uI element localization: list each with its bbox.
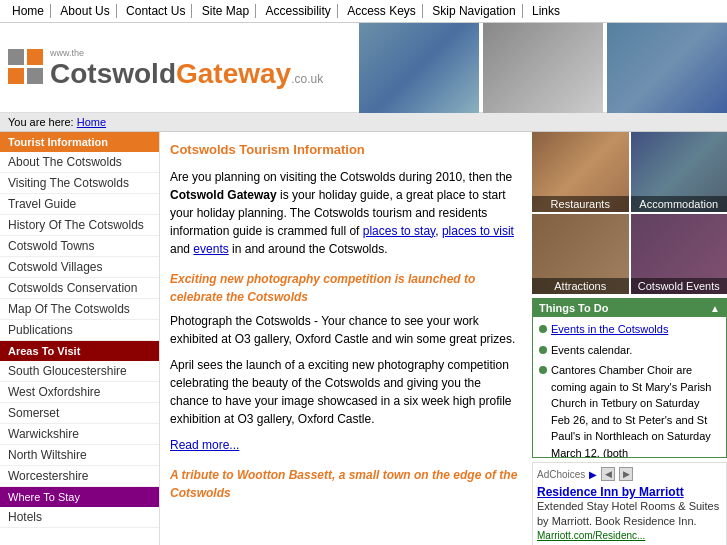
main-content: Cotswolds Tourism Information Are you pl… — [160, 132, 532, 545]
logo-squares — [8, 49, 44, 85]
ad-section: AdChoices ▶ ◀ ▶ Residence Inn by Marriot… — [532, 462, 727, 545]
nav-about[interactable]: About Us — [54, 4, 116, 18]
sidebar-item-history[interactable]: History Of The Cotswolds — [0, 215, 159, 236]
nav-home[interactable]: Home — [6, 4, 51, 18]
todo-item-events: Events in the Cotswolds — [539, 321, 720, 338]
logo-square-orange-bl — [8, 68, 24, 84]
logo-square-orange-tr — [27, 49, 43, 65]
header-images — [359, 23, 727, 113]
logo-square-gray-tl — [8, 49, 24, 65]
things-to-do-header: Things To Do ▲ — [533, 299, 726, 317]
sidebar-tourist-info-header: Tourist Information — [0, 132, 159, 152]
logo-text: www.the CotswoldGateway.co.uk — [50, 46, 323, 90]
photo-restaurants[interactable]: Restaurants — [532, 132, 629, 212]
logo-gateway: Gateway — [176, 58, 291, 89]
sidebar: Tourist Information About The Cotswolds … — [0, 132, 160, 545]
places-to-visit-link[interactable]: places to visit — [442, 224, 514, 238]
breadcrumb-home[interactable]: Home — [77, 116, 106, 128]
todo-calendar-text: Events calendar. — [551, 342, 632, 359]
nav-sitemap[interactable]: Site Map — [196, 4, 256, 18]
sidebar-item-somerset[interactable]: Somerset — [0, 403, 159, 424]
events-link[interactable]: events — [193, 242, 228, 256]
main-title: Cotswolds Tourism Information — [170, 140, 522, 160]
things-to-do-box: Things To Do ▲ Events in the Cotswolds E… — [532, 298, 727, 458]
ad1-link[interactable]: Marriott.com/Residenc... — [537, 530, 722, 541]
nav-accessibility[interactable]: Accessibility — [259, 4, 337, 18]
logo-square-gray-br — [27, 68, 43, 84]
things-to-do-title: Things To Do — [539, 302, 608, 314]
todo-item-cantores: Cantores Chamber Choir are coming again … — [539, 362, 720, 457]
header-image-2 — [483, 23, 603, 113]
todo-cantores-text: Cantores Chamber Choir are coming again … — [551, 362, 720, 457]
scroll-indicator: ▲ — [710, 303, 720, 314]
photo-restaurants-label: Restaurants — [532, 196, 629, 212]
photo-attractions-label: Attractions — [532, 278, 629, 294]
sidebar-areas-to-visit-header: Areas To Visit — [0, 341, 159, 361]
nav-links[interactable]: Links — [526, 4, 566, 18]
logo-www-the: www.the — [50, 48, 84, 58]
sidebar-item-north-wiltshire[interactable]: North Wiltshire — [0, 445, 159, 466]
nav-contact[interactable]: Contact Us — [120, 4, 192, 18]
photo-accommodation[interactable]: Accommodation — [631, 132, 728, 212]
nav-accesskeys[interactable]: Access Keys — [341, 4, 423, 18]
top-navigation: Home About Us Contact Us Site Map Access… — [0, 0, 727, 23]
sidebar-item-villages[interactable]: Cotswold Villages — [0, 257, 159, 278]
todo-dot-3 — [539, 366, 547, 374]
sidebar-item-hotels[interactable]: Hotels — [0, 507, 159, 528]
site-header: www.the CotswoldGateway.co.uk — [0, 23, 727, 113]
nav-skipnav[interactable]: Skip Navigation — [426, 4, 522, 18]
wootton-bassett-heading: A tribute to Wootton Bassett, a small to… — [170, 466, 522, 502]
main-intro-para: Are you planning on visiting the Cotswol… — [170, 168, 522, 258]
todo-item-calendar: Events calendar. — [539, 342, 720, 359]
photo-grid: Restaurants Accommodation Attractions Co… — [532, 132, 727, 294]
sidebar-item-about[interactable]: About The Cotswolds — [0, 152, 159, 173]
sidebar-item-map[interactable]: Map Of The Cotswolds — [0, 299, 159, 320]
todo-dot-1 — [539, 325, 547, 333]
ad1-title[interactable]: Residence Inn by Marriott — [537, 485, 722, 499]
sidebar-item-warwickshire[interactable]: Warwickshire — [0, 424, 159, 445]
places-to-stay-link[interactable]: places to stay — [363, 224, 435, 238]
photo-comp-para1: Photograph the Cotswolds - Your chance t… — [170, 312, 522, 348]
sidebar-item-west-oxfordshire[interactable]: West Oxfordshire — [0, 382, 159, 403]
ad-prev-button[interactable]: ◀ — [601, 467, 615, 481]
todo-events-text: Events in the Cotswolds — [551, 321, 668, 338]
photo-comp-heading: Exciting new photography competition is … — [170, 270, 522, 306]
logo-cotswold: Cotswold — [50, 58, 176, 89]
photo-accommodation-label: Accommodation — [631, 196, 728, 212]
read-more-link[interactable]: Read more... — [170, 438, 239, 452]
ad-choices-label: AdChoices — [537, 469, 585, 480]
ad1-body: Extended Stay Hotel Rooms & Suites by Ma… — [537, 499, 722, 530]
sidebar-item-conservation[interactable]: Cotswolds Conservation — [0, 278, 159, 299]
photo-events[interactable]: Cotswold Events — [631, 214, 728, 294]
logo-couk: .co.uk — [291, 72, 323, 86]
header-image-1 — [359, 23, 479, 113]
breadcrumb: You are here: Home — [0, 113, 727, 132]
ad-next-button[interactable]: ▶ — [619, 467, 633, 481]
intro-text-1: Are you planning on visiting the Cotswol… — [170, 170, 512, 184]
logo-name: CotswoldGateway.co.uk — [50, 59, 323, 90]
sidebar-item-publications[interactable]: Publications — [0, 320, 159, 341]
brand-name: Cotswold Gateway — [170, 188, 277, 202]
events-cotswolds-link[interactable]: Events in the Cotswolds — [551, 323, 668, 335]
todo-dot-2 — [539, 346, 547, 354]
right-column: Restaurants Accommodation Attractions Co… — [532, 132, 727, 545]
photo-events-label: Cotswold Events — [631, 278, 728, 294]
ad-header: AdChoices ▶ ◀ ▶ — [537, 467, 722, 481]
main-layout: Tourist Information About The Cotswolds … — [0, 132, 727, 545]
breadcrumb-label: You are here: — [8, 116, 74, 128]
things-to-do-body: Events in the Cotswolds Events calendar.… — [533, 317, 726, 457]
sidebar-item-south-gloucestershire[interactable]: South Gloucestershire — [0, 361, 159, 382]
sidebar-item-towns[interactable]: Cotswold Towns — [0, 236, 159, 257]
sidebar-item-visiting[interactable]: Visiting The Cotswolds — [0, 173, 159, 194]
intro-text-3: in and around the Cotswolds. — [229, 242, 388, 256]
ad-info-icon[interactable]: ▶ — [589, 469, 597, 480]
sidebar-item-worcestershire[interactable]: Worcestershire — [0, 466, 159, 487]
sidebar-where-to-stay-header: Where To Stay — [0, 487, 159, 507]
sidebar-item-travel[interactable]: Travel Guide — [0, 194, 159, 215]
photo-attractions[interactable]: Attractions — [532, 214, 629, 294]
header-image-3 — [607, 23, 727, 113]
photo-comp-para2: April sees the launch of a exciting new … — [170, 356, 522, 428]
